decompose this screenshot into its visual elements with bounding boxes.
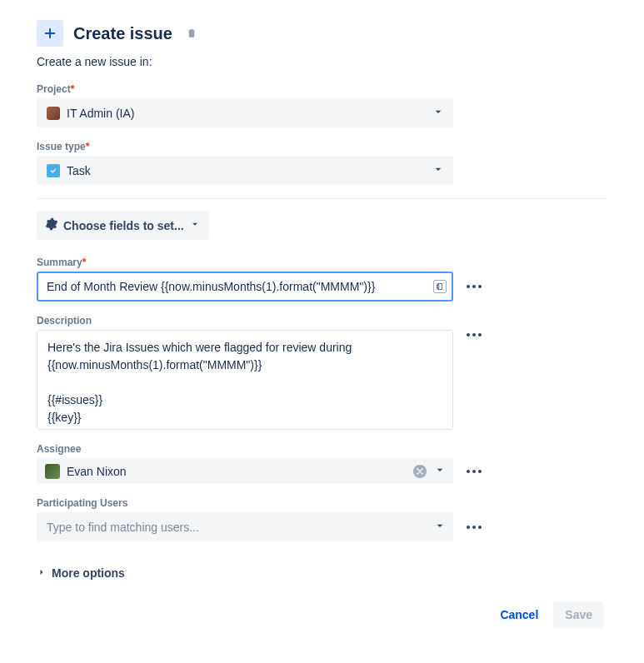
trash-icon[interactable]	[186, 27, 197, 39]
more-options-toggle[interactable]: More options	[37, 566, 125, 580]
page-title: Create issue	[73, 24, 172, 43]
cancel-button[interactable]: Cancel	[492, 601, 547, 628]
more-actions-icon[interactable]	[463, 282, 485, 292]
choose-fields-label: Choose fields to set...	[63, 219, 184, 232]
chevron-down-icon	[432, 105, 445, 121]
section-divider	[37, 198, 607, 199]
summary-input[interactable]	[37, 272, 453, 302]
choose-fields-button[interactable]: Choose fields to set...	[37, 211, 209, 240]
gear-icon	[45, 217, 58, 233]
participating-placeholder: Type to find matching users...	[47, 521, 199, 534]
description-textarea[interactable]	[37, 330, 453, 430]
participating-label: Participating Users	[37, 497, 607, 509]
summary-label: Summary*	[37, 257, 607, 268]
issuetype-select[interactable]: Task	[37, 156, 453, 185]
more-actions-icon[interactable]	[463, 330, 485, 340]
issuetype-label: Issue type*	[37, 141, 607, 152]
project-avatar-icon	[47, 107, 60, 120]
plus-icon	[37, 20, 63, 47]
clear-icon[interactable]	[413, 465, 427, 478]
chevron-right-icon	[37, 566, 47, 580]
more-actions-icon[interactable]	[463, 522, 485, 532]
chevron-down-icon	[432, 162, 445, 178]
task-icon	[47, 164, 60, 177]
issuetype-value: Task	[67, 164, 91, 177]
project-select[interactable]: IT Admin (IA)	[37, 98, 453, 127]
participating-select[interactable]: Type to find matching users...	[37, 512, 453, 541]
more-options-label: More options	[52, 566, 125, 580]
assignee-value: Evan Nixon	[67, 465, 127, 478]
chevron-down-icon	[189, 218, 201, 232]
assignee-select[interactable]: Evan Nixon	[37, 458, 453, 484]
save-button[interactable]: Save	[553, 601, 604, 628]
assignee-label: Assignee	[37, 443, 607, 455]
project-value: IT Admin (IA)	[67, 107, 134, 120]
more-actions-icon[interactable]	[463, 466, 485, 476]
chevron-down-icon	[433, 463, 447, 479]
user-avatar-icon	[45, 464, 60, 479]
subtitle-text: Create a new issue in:	[37, 55, 607, 68]
project-label: Project*	[37, 83, 607, 95]
chevron-down-icon	[433, 519, 447, 535]
smart-value-icon[interactable]	[433, 280, 447, 293]
description-label: Description	[37, 315, 607, 327]
